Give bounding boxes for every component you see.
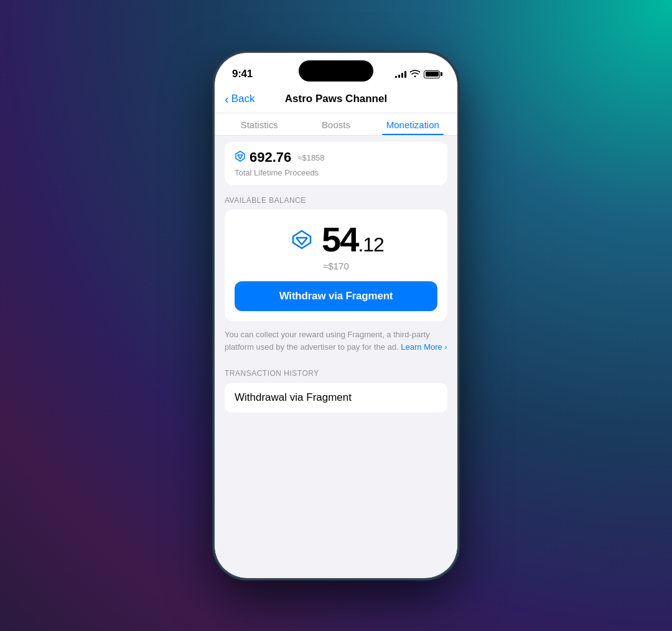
learn-more-link[interactable]: Learn More › [401,342,447,352]
withdraw-button[interactable]: Withdraw via Fragment [235,281,437,311]
back-label: Back [231,93,255,105]
balance-integer: 54 [322,222,358,257]
scroll-content: 692.76 ≈$1858 Total Lifetime Proceeds AV… [215,136,457,570]
balance-card: 54 .12 ≈$170 Withdraw via Fragment [225,210,447,321]
tab-monetization[interactable]: Monetization [375,113,451,135]
battery-icon [424,70,440,78]
status-time: 9:41 [232,68,253,80]
description-text: You can collect your reward using Fragme… [215,321,457,363]
dynamic-island [299,60,373,82]
balance-number: 54 .12 [322,222,384,257]
transaction-history-header: TRANSACTION HISTORY [215,363,457,383]
wifi-icon [410,70,420,79]
back-button[interactable]: ‹ Back [225,93,254,105]
lifetime-amount-usd: ≈$1858 [297,153,324,162]
description-body: You can collect your reward using Fragme… [225,330,430,352]
ton-logo-icon [288,226,315,253]
phone-device: 9:41 [215,53,457,578]
tab-boosts[interactable]: Boosts [297,113,374,135]
phone-screen: 9:41 [215,53,457,578]
back-chevron-icon: ‹ [225,93,229,105]
signal-icon [395,70,406,78]
balance-usd: ≈$170 [235,261,437,271]
balance-amount-row: 54 .12 [235,222,437,257]
transaction-card: Withdrawal via Fragment [225,383,447,413]
ton-icon-small [235,151,246,164]
lifetime-card: 692.76 ≈$1858 Total Lifetime Proceeds [225,142,447,185]
nav-bar: ‹ Back Astro Paws Channel [215,86,457,113]
tab-bar: Statistics Boosts Monetization [215,113,457,136]
available-balance-header: AVAILABLE BALANCE [215,185,457,210]
lifetime-amount-row: 692.76 ≈$1858 [235,149,437,166]
lifetime-amount-value: 692.76 [250,149,291,166]
balance-decimal: .12 [358,233,383,256]
transaction-title: Withdrawal via Fragment [235,391,437,404]
nav-title: Astro Paws Channel [285,93,387,105]
tab-statistics[interactable]: Statistics [221,113,297,135]
status-icons [395,70,440,79]
lifetime-label: Total Lifetime Proceeds [235,168,437,177]
